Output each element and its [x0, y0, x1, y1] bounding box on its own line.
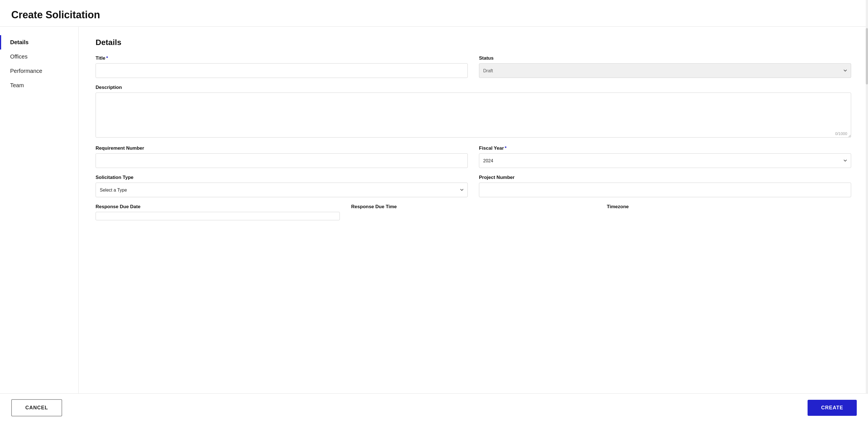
section-title: Details — [96, 38, 851, 47]
solicitation-type-select[interactable]: Select a Type Type A Type B — [96, 182, 468, 197]
description-label: Description — [96, 85, 851, 90]
sidebar-item-label-details: Details — [10, 39, 29, 46]
cancel-button[interactable]: CANCEL — [11, 399, 62, 416]
status-select[interactable]: Draft Active Closed — [479, 63, 851, 78]
fiscal-year-group: Fiscal Year* 2022 2023 2024 2025 — [479, 145, 851, 168]
response-row: Response Due Date Response Due Time Time… — [96, 204, 851, 220]
response-due-time-label: Response Due Time — [351, 204, 595, 209]
title-input[interactable] — [96, 63, 468, 78]
project-number-input[interactable] — [479, 182, 851, 197]
solicitation-type-group: Solicitation Type Select a Type Type A T… — [96, 175, 468, 197]
scrollbar[interactable] — [866, 0, 868, 422]
sidebar-item-team[interactable]: Team — [0, 78, 79, 92]
fiscal-year-select[interactable]: 2022 2023 2024 2025 — [479, 153, 851, 168]
title-required-star: * — [106, 55, 108, 61]
footer-bar: CANCEL CREATE — [0, 393, 868, 422]
textarea-wrapper: 0/1000 — [96, 92, 851, 139]
char-count: 0/1000 — [835, 131, 847, 136]
description-textarea[interactable] — [96, 92, 851, 138]
description-group: Description 0/1000 — [96, 85, 851, 139]
response-due-date-group: Response Due Date — [96, 204, 340, 220]
sidebar-item-label-offices: Offices — [10, 53, 28, 60]
page-header: Create Solicitation — [0, 0, 868, 27]
timezone-label: Timezone — [607, 204, 851, 209]
sidebar-item-label-performance: Performance — [10, 68, 42, 74]
title-label: Title* — [96, 55, 468, 61]
response-due-date-label: Response Due Date — [96, 204, 340, 209]
fiscal-year-required-star: * — [505, 145, 507, 151]
requirement-number-group: Requirement Number — [96, 145, 468, 168]
details-form: Title* Status Draft Active Closed Descri… — [96, 55, 851, 197]
content-area: Details Title* Status Draft Active Close… — [79, 27, 868, 393]
create-button[interactable]: CREATE — [808, 400, 857, 416]
sidebar-item-label-team: Team — [10, 82, 24, 89]
scrollbar-thumb[interactable] — [866, 28, 868, 84]
status-label: Status — [479, 55, 851, 61]
main-layout: Details Offices Performance Team Details… — [0, 27, 868, 393]
sidebar-item-performance[interactable]: Performance — [0, 64, 79, 78]
sidebar-item-details[interactable]: Details — [0, 35, 79, 50]
sidebar: Details Offices Performance Team — [0, 27, 79, 393]
sidebar-item-offices[interactable]: Offices — [0, 50, 79, 64]
page-title: Create Solicitation — [11, 9, 857, 21]
response-due-date-input[interactable] — [96, 212, 340, 220]
timezone-group: Timezone — [607, 204, 851, 220]
requirement-number-input[interactable] — [96, 153, 468, 168]
project-number-group: Project Number — [479, 175, 851, 197]
project-number-label: Project Number — [479, 175, 851, 180]
status-group: Status Draft Active Closed — [479, 55, 851, 78]
solicitation-type-label: Solicitation Type — [96, 175, 468, 180]
fiscal-year-label: Fiscal Year* — [479, 145, 851, 151]
title-group: Title* — [96, 55, 468, 78]
response-due-time-group: Response Due Time — [351, 204, 595, 220]
requirement-number-label: Requirement Number — [96, 145, 468, 151]
